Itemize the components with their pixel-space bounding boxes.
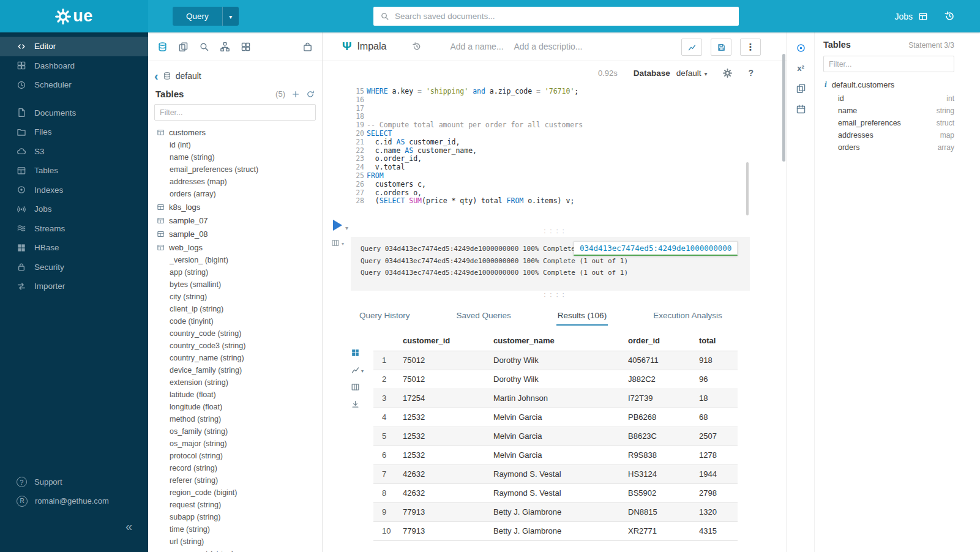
help-icon[interactable] [748, 68, 754, 78]
query-dropdown-caret[interactable] [222, 7, 239, 26]
code-line[interactable]: (SELECT SUM(price * qty) total FROM o.it… [367, 197, 583, 206]
results-column-header[interactable]: total [694, 331, 738, 351]
assist-column-item[interactable]: idint [823, 92, 954, 105]
tab-saved-queries[interactable]: Saved Queries [455, 305, 512, 326]
search-input[interactable] [395, 12, 732, 21]
results-column-header[interactable]: customer_name [488, 331, 623, 351]
code-line[interactable]: c.orders o, [367, 189, 583, 198]
code-line[interactable] [367, 96, 583, 105]
sidebar-item-documents[interactable]: Documents [0, 103, 148, 123]
code-line[interactable]: o.order_id, [367, 155, 583, 163]
database-select[interactable]: default [676, 69, 708, 78]
sidebar-item-user[interactable]: R romain@gethue.com [0, 491, 148, 510]
column-item[interactable]: time (string) [148, 523, 322, 535]
results-row[interactable]: 412532Melvin GarciaPB626868 [373, 408, 738, 427]
info-icon[interactable] [825, 80, 827, 89]
search-icon[interactable] [199, 42, 209, 52]
editor-widget-button[interactable] [331, 238, 344, 247]
column-item[interactable]: protocol (string) [148, 450, 322, 462]
query-description-input[interactable] [514, 42, 586, 51]
bag-icon[interactable] [302, 42, 313, 52]
code-line[interactable]: c.name AS customer_name, [367, 147, 583, 155]
results-row[interactable]: 175012Dorothy Wilk4056711918 [373, 351, 738, 370]
download-icon[interactable] [351, 400, 360, 409]
grid-view-icon[interactable] [351, 348, 360, 357]
editor-scrollbar[interactable] [746, 162, 749, 215]
results-row[interactable]: 512532Melvin GarciaB8623C2507 [373, 427, 738, 446]
column-item[interactable]: latitude (float) [148, 389, 322, 401]
column-item[interactable]: os_major (string) [148, 438, 322, 450]
database-icon[interactable] [157, 42, 168, 52]
query-button-label[interactable]: Query [173, 7, 222, 26]
new-query-button[interactable]: Query [173, 7, 239, 26]
column-item[interactable]: request (string) [148, 499, 322, 511]
apps-grid-icon[interactable] [241, 42, 251, 52]
tables-filter-input[interactable] [154, 104, 316, 121]
sidebar-item-security[interactable]: Security [0, 258, 148, 277]
column-item[interactable]: email_preferences (struct) [148, 163, 322, 176]
sidebar-item-tables[interactable]: Tables [0, 161, 148, 181]
column-item[interactable]: device_family (string) [148, 364, 322, 376]
assist-table-item[interactable]: default.customers [823, 77, 954, 92]
code-line[interactable]: v.total [367, 163, 583, 172]
column-item[interactable]: user_agent (string) [148, 548, 322, 552]
column-item[interactable]: subapp (string) [148, 511, 322, 523]
sidebar-item-indexes[interactable]: Indexes [0, 181, 148, 200]
results-row[interactable]: 275012Dorothy WilkJ882C296 [373, 370, 738, 389]
documentation-icon[interactable] [796, 83, 806, 94]
column-item[interactable]: bytes (smallint) [148, 278, 322, 291]
assist-column-item[interactable]: ordersarray [823, 141, 954, 154]
column-item[interactable]: longitude (float) [148, 401, 322, 413]
documents-icon[interactable] [178, 42, 189, 52]
column-item[interactable]: client_ip (string) [148, 303, 322, 315]
results-row[interactable]: 977913Betty J. GiambroneDN88151320 [373, 502, 738, 521]
column-item[interactable]: app (string) [148, 266, 322, 278]
jobs-link[interactable]: Jobs [894, 12, 928, 21]
code-line[interactable]: WHERE a.key = 'shipping' and a.zip_code … [367, 88, 583, 96]
code-line[interactable] [367, 113, 583, 121]
column-item[interactable]: record (string) [148, 462, 322, 474]
assist-column-item[interactable]: namestring [823, 105, 954, 117]
results-row[interactable]: 1077913Betty J. GiambroneXR27714315 [373, 521, 738, 540]
sidebar-item-jobs[interactable]: Jobs [0, 200, 148, 219]
table-item[interactable]: sample_07 [148, 214, 322, 227]
sidebar-item-hbase[interactable]: HBase [0, 238, 148, 258]
main-scrollbar[interactable] [782, 54, 785, 162]
assist-column-item[interactable]: addressesmap [823, 129, 954, 141]
results-column-header[interactable]: order_id [623, 331, 694, 351]
table-item[interactable]: customers [148, 125, 322, 139]
sidebar-item-files[interactable]: Files [0, 122, 148, 142]
breadcrumb-database[interactable]: default [176, 71, 201, 81]
code-line[interactable]: customers c, [367, 181, 583, 189]
assist-column-item[interactable]: email_preferencesstruct [823, 117, 954, 129]
functions-icon[interactable] [797, 64, 804, 73]
column-item[interactable]: orders (array) [148, 188, 322, 200]
sidebar-item-streams[interactable]: Streams [0, 219, 148, 239]
sidebar-item-dashboard[interactable]: Dashboard [0, 56, 148, 76]
column-item[interactable]: addresses (map) [148, 176, 322, 188]
query-history-icon[interactable] [412, 42, 422, 51]
back-chevron-icon[interactable] [154, 70, 159, 82]
save-button[interactable] [711, 39, 731, 56]
query-id-link[interactable]: 034d413ec7474ed5:4249de1000000000 [574, 241, 738, 256]
sidebar-item-importer[interactable]: Importer [0, 277, 148, 296]
tab-query-history[interactable]: Query History [358, 305, 411, 326]
hue-logo[interactable]: ue [0, 0, 148, 32]
column-item[interactable]: extension (string) [148, 376, 322, 389]
code-line[interactable]: SELECT [367, 130, 583, 138]
tab-results-106-[interactable]: Results (106) [556, 305, 608, 326]
column-item[interactable]: code (tinyint) [148, 315, 322, 327]
results-row[interactable]: 612532Melvin GarciaR9S8381278 [373, 446, 738, 464]
column-item[interactable]: method (string) [148, 413, 322, 425]
column-item[interactable]: city (string) [148, 291, 322, 303]
column-item[interactable]: id (int) [148, 139, 322, 151]
code-line[interactable]: c.id AS customer_id, [367, 138, 583, 147]
column-item[interactable]: country_code (string) [148, 327, 322, 340]
assist-filter-input[interactable] [823, 56, 954, 72]
results-row[interactable]: 742632Raymond S. VestalHS31241944 [373, 464, 738, 483]
column-item[interactable]: country_name (string) [148, 352, 322, 364]
column-item[interactable]: _version_ (bigint) [148, 254, 322, 266]
refresh-icon[interactable] [306, 90, 315, 99]
resize-handle[interactable] [323, 292, 787, 298]
assist-toggle-icon[interactable] [796, 43, 806, 53]
